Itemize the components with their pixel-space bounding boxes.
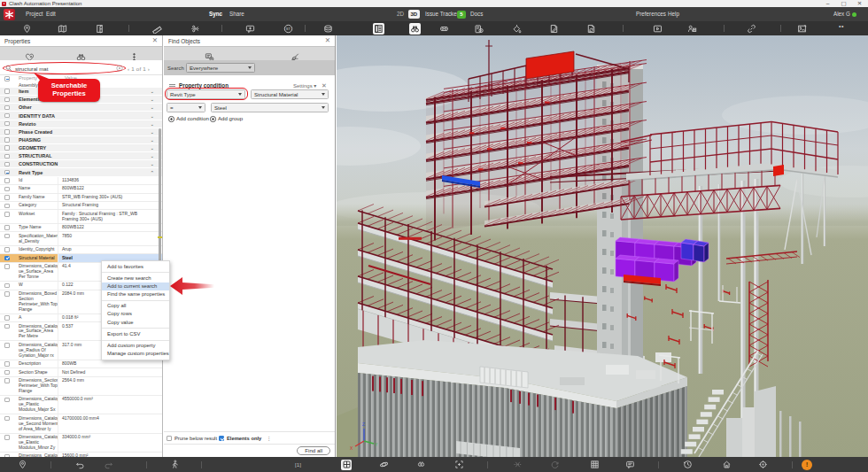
property-group-row[interactable]: Other⌄	[0, 104, 163, 112]
elements-only-checkbox[interactable]	[219, 436, 224, 441]
favorites-heart-icon[interactable]	[25, 50, 35, 59]
comment-plus-icon[interactable]	[244, 23, 255, 34]
row-checkbox[interactable]	[4, 97, 10, 103]
row-checkbox[interactable]	[4, 315, 10, 321]
next-match-icon[interactable]: ›	[148, 66, 150, 72]
row-checkbox[interactable]	[4, 343, 10, 348]
properties-close-icon[interactable]: ✕	[152, 36, 158, 45]
page-edit-icon[interactable]	[548, 23, 559, 34]
table-row[interactable]: WorksetFamily : Structural Framing : STR…	[0, 210, 163, 223]
table-row[interactable]: Family NameSTR_WB Framing 300+ (AUS)	[0, 194, 163, 202]
row-checkbox[interactable]	[4, 145, 10, 151]
row-checkbox[interactable]	[4, 129, 10, 135]
location-pin-icon[interactable]	[21, 23, 32, 34]
row-checkbox[interactable]	[4, 170, 10, 175]
table-row[interactable]: Specification_Materi al_Density7850	[0, 232, 163, 245]
row-checkbox[interactable]	[4, 291, 10, 297]
menu-edit[interactable]: Edit	[46, 7, 56, 21]
goggles-icon[interactable]	[438, 23, 449, 34]
undo-icon[interactable]	[74, 460, 85, 470]
grid-icon[interactable]	[589, 460, 600, 470]
chevron-down-icon[interactable]: ⌄	[150, 129, 154, 135]
row-checkbox[interactable]	[4, 105, 10, 111]
context-menu-item[interactable]: Find the same properties	[102, 290, 169, 298]
app-logo-icon[interactable]	[4, 9, 15, 20]
table-row[interactable]: Name800WB122	[0, 185, 163, 193]
menu-share[interactable]: Share	[229, 7, 244, 21]
mode-3d-button[interactable]: 3D	[408, 10, 420, 19]
property-group-row[interactable]: GEOMETRY⌄	[0, 144, 163, 152]
table-row[interactable]: Identity_CopyrightArup	[0, 246, 163, 254]
property-group-row[interactable]: Revit Type⌃	[0, 168, 163, 176]
row-checkbox[interactable]	[4, 416, 10, 422]
row-checkbox[interactable]	[4, 324, 10, 329]
property-group-row[interactable]: CONSTRUCTION⌄	[0, 160, 163, 168]
chevron-down-icon[interactable]: ⌄	[150, 89, 154, 94]
chevron-down-icon[interactable]: ⌄	[150, 161, 154, 166]
link-icon[interactable]	[746, 23, 756, 34]
row-checkbox[interactable]	[4, 187, 10, 192]
row-checkbox[interactable]	[4, 435, 10, 440]
cube-view-icon[interactable]	[341, 460, 352, 470]
user-name[interactable]: Alex G	[833, 7, 850, 21]
row-checkbox[interactable]	[4, 154, 10, 159]
minimize-button[interactable]: –	[825, 0, 831, 7]
row-checkbox[interactable]	[4, 195, 10, 200]
notification-alert-button[interactable]: !	[802, 460, 812, 470]
image-export-icon[interactable]	[796, 23, 807, 34]
context-menu-item[interactable]: Add custom property	[102, 342, 169, 350]
page-sync-icon[interactable]	[585, 23, 596, 34]
archive-icon[interactable]	[322, 23, 333, 34]
presentation-icon[interactable]	[652, 23, 663, 34]
row-checkbox[interactable]	[4, 370, 10, 375]
table-row[interactable]: Dimensions_Catalog ue_Second Moment of A…	[0, 414, 163, 433]
table-row[interactable]: Section ShapeNot Defined	[0, 368, 163, 376]
row-checkbox[interactable]	[4, 113, 10, 119]
row-checkbox[interactable]	[4, 247, 10, 252]
table-row[interactable]: CategoryStructural Framing	[0, 202, 163, 210]
broom-icon[interactable]	[291, 50, 300, 59]
viewport-3d[interactable]: ZXY	[337, 35, 868, 457]
property-group-row[interactable]: IDENTITY DATA⌄	[0, 112, 163, 120]
find-objects-icon[interactable]	[409, 23, 421, 35]
context-menu-item[interactable]: Copy rows	[102, 310, 169, 318]
walk-icon[interactable]	[169, 460, 180, 470]
chevron-down-icon[interactable]: ⌄	[150, 145, 154, 151]
condition-property-dropdown[interactable]: Structural Material	[251, 89, 329, 99]
row-checkbox[interactable]	[4, 264, 10, 269]
find-close-icon[interactable]: ✕	[325, 36, 330, 45]
table-row[interactable]: Dimensions_Catalog ue_Elastic Modulus_Mi…	[0, 434, 163, 453]
prev-match-icon[interactable]: ‹	[128, 66, 129, 72]
st-badge-icon[interactable]: ST	[283, 23, 293, 34]
chevron-down-icon[interactable]: ⌄	[150, 113, 154, 119]
prune-checkbox[interactable]	[167, 436, 172, 441]
row-checkbox[interactable]	[4, 204, 10, 209]
row-checkbox[interactable]	[4, 137, 10, 143]
context-menu-item[interactable]: Add to current search	[102, 282, 169, 290]
row-checkbox[interactable]	[4, 178, 10, 183]
row-checkbox[interactable]	[4, 256, 10, 261]
orbit-icon[interactable]	[378, 460, 389, 470]
property-group-row[interactable]: STRUCTURAL⌄	[0, 152, 163, 160]
condition-operator-dropdown[interactable]: =	[167, 103, 205, 112]
menu-help[interactable]: Help	[668, 7, 679, 21]
zoom-window-icon[interactable]	[453, 460, 464, 470]
context-menu-item[interactable]: Add to favorites	[102, 263, 169, 271]
location-pin-icon[interactable]	[17, 460, 27, 470]
chevron-down-icon[interactable]: ⌄	[150, 104, 154, 110]
row-checkbox[interactable]	[4, 212, 10, 217]
row-checkbox[interactable]	[4, 398, 10, 403]
mode-2d-button[interactable]: 2D	[397, 7, 404, 21]
pan-icon[interactable]	[415, 460, 426, 470]
table-row[interactable]: Dimensions_Section Perimeter_With Top Fl…	[0, 377, 163, 396]
chat-icon[interactable]	[624, 460, 635, 470]
people-box-icon[interactable]	[686, 23, 697, 34]
footer-kebab-icon[interactable]: ⋮	[267, 436, 272, 441]
toolbar-overflow-icon[interactable]: ••	[839, 23, 844, 29]
chevron-down-icon[interactable]: ⌄	[150, 121, 154, 127]
context-menu-item[interactable]: Manage custom properties	[102, 350, 169, 358]
chevron-down-icon[interactable]: ⌄	[150, 153, 154, 159]
context-menu-item[interactable]: Export to CSV	[102, 330, 169, 338]
table-row[interactable]: Description800WB	[0, 360, 163, 368]
condition-close-icon[interactable]: ✕	[322, 82, 327, 89]
